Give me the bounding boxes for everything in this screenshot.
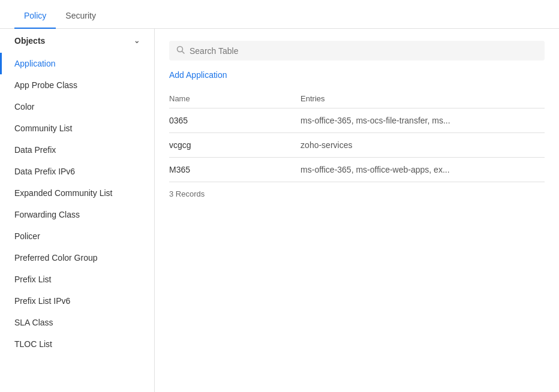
search-bar[interactable] [169,41,545,61]
table-row[interactable]: M365ms-office-365, ms-office-web-apps, e… [169,158,545,182]
sidebar-item-expanded-community-list[interactable]: Expanded Community List [0,182,154,204]
tab-policy[interactable]: Policy [14,4,56,29]
top-tabs: Policy Security [0,0,559,29]
search-input[interactable] [190,46,537,56]
sidebar-item-label: TLOC List [14,339,52,349]
sidebar-item-label: App Probe Class [14,80,77,90]
table-row[interactable]: 0365ms-office-365, ms-ocs-file-transfer,… [169,108,545,133]
add-application-button[interactable]: Add Application [169,70,227,80]
table-cell-name: M365 [169,158,300,182]
sidebar-item-label: Prefix List IPv6 [14,296,70,306]
sidebar-item-label: Data Prefix IPv6 [14,167,75,176]
table-cell-name: vcgcg [169,133,300,158]
sidebar-item-application[interactable]: Application [0,53,154,74]
sidebar-item-policer[interactable]: Policer [0,225,154,247]
records-count: 3 Records [169,189,545,198]
sidebar-item-label: Policer [14,231,40,241]
sidebar-item-label: Prefix List [14,275,51,284]
sidebar-item-label: SLA Class [14,318,53,327]
sidebar-item-data-prefix-ipv6[interactable]: Data Prefix IPv6 [0,161,154,182]
chevron-down-icon: ⌄ [134,37,140,45]
tab-security[interactable]: Security [56,4,106,29]
svg-line-1 [182,52,185,54]
sidebar-item-preferred-color-group[interactable]: Preferred Color Group [0,247,154,269]
sidebar-item-label: Data Prefix [14,145,56,155]
sidebar-item-label: Community List [14,123,72,133]
table-header-entries: Entries [300,89,545,108]
table-row[interactable]: vcgcgzoho-services [169,133,545,158]
sidebar-item-prefix-list[interactable]: Prefix List [0,269,154,290]
sidebar-item-community-list[interactable]: Community List [0,117,154,139]
table-cell-entries: ms-office-365, ms-office-web-apps, ex... [300,158,545,182]
sidebar-item-label: Forwarding Class [14,210,80,219]
table-header-row: Name Entries [169,89,545,108]
sidebar-section-label: Objects [14,36,45,46]
sidebar-item-label: Preferred Color Group [14,253,98,263]
sidebar-item-label: Application [14,59,56,68]
main-layout: Objects ⌄ Application App Probe Class Co… [0,29,559,392]
content-area: Add Application Name Entries 0365ms-offi… [155,29,559,392]
sidebar-item-data-prefix[interactable]: Data Prefix [0,139,154,161]
sidebar-item-label: Expanded Community List [14,188,112,198]
search-icon [176,46,185,56]
sidebar-item-sla-class[interactable]: SLA Class [0,312,154,333]
sidebar-item-forwarding-class[interactable]: Forwarding Class [0,204,154,225]
application-table: Name Entries 0365ms-office-365, ms-ocs-f… [169,89,545,182]
table-cell-entries: zoho-services [300,133,545,158]
sidebar-item-app-probe-class[interactable]: App Probe Class [0,74,154,96]
sidebar-item-prefix-list-ipv6[interactable]: Prefix List IPv6 [0,290,154,312]
sidebar-section-objects[interactable]: Objects ⌄ [0,29,154,53]
sidebar: Objects ⌄ Application App Probe Class Co… [0,29,155,392]
sidebar-item-tloc-list[interactable]: TLOC List [0,333,154,355]
table-cell-entries: ms-office-365, ms-ocs-file-transfer, ms.… [300,108,545,133]
sidebar-item-label: Color [14,102,34,111]
table-cell-name: 0365 [169,108,300,133]
table-header-name: Name [169,89,300,108]
sidebar-item-color[interactable]: Color [0,96,154,117]
